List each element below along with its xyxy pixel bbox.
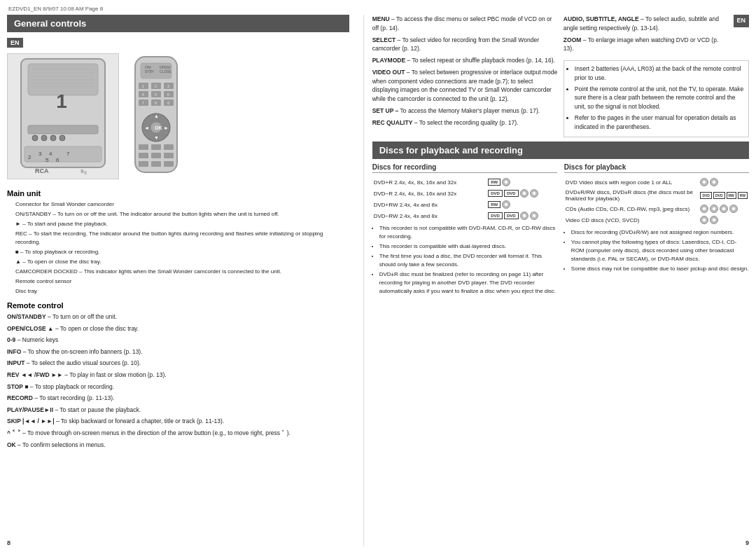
- right-top-info: MENU – To access the disc menu or select…: [372, 15, 749, 137]
- dvd-badge-4b: DVD: [504, 212, 519, 219]
- audio-item: AUDIO, SUBTITLE, ANGLE – To select audio…: [564, 15, 729, 33]
- setup-item: SET UP – To access the Memory Maker's pl…: [372, 106, 558, 116]
- remote-item-5: INPUT – To select the audio visual sourc…: [7, 359, 349, 368]
- svg-text:1: 1: [56, 90, 67, 112]
- remote-item-12: OK – To confirm selections in menus.: [7, 441, 349, 450]
- svg-text:2: 2: [155, 84, 157, 88]
- battery-notes-list: Insert 2 batteries (AAA, LR03) at the ba…: [568, 64, 745, 131]
- remote-illustration: ON/ STBY OPEN/ CLOSE: [128, 53, 184, 177]
- remote-item-9: PLAY/PAUSE►II – To start or pause the pl…: [7, 406, 349, 415]
- discs-columns: Discs for recording DVD+R 2.4x, 4x, 8x, …: [372, 163, 749, 537]
- table-row: DVD+R 2.4x, 4x, 8x, 16x and 32x RW: [372, 177, 557, 188]
- svg-text:◄: ◄: [144, 125, 149, 130]
- svg-text:STBY: STBY: [145, 69, 155, 74]
- disc-icon-group-3: RW: [488, 200, 556, 209]
- main-unit-item-4: REC – To start the recording. The indica…: [15, 230, 349, 247]
- recording-note-3: The first time you load a disc, the DVD …: [379, 252, 557, 269]
- right-top-left: MENU – To access the disc menu or select…: [372, 15, 558, 137]
- disc-icon-2b: [530, 189, 538, 198]
- disc-icon-3: [502, 200, 510, 209]
- battery-note-3: Refer to the pages in the user manual fo…: [575, 113, 745, 132]
- remote-section-title: Remote control: [7, 301, 349, 310]
- playback-disc-icon-3c: [720, 205, 728, 213]
- svg-rect-55: [139, 144, 148, 150]
- svg-text:7: 7: [142, 101, 144, 105]
- playmode-item: PLAYMODE – To select repeat or shuffle p…: [372, 56, 558, 65]
- playback-disc-icon-3d: [729, 205, 738, 213]
- remote-item-10: SKIP |◄◄ / ►►| – To skip backward or for…: [7, 417, 349, 427]
- svg-rect-9: [24, 146, 102, 162]
- general-controls-header: General controls: [7, 15, 349, 32]
- disc-icon-cell-3: RW: [486, 199, 557, 210]
- disc-icon-4b: [530, 212, 538, 220]
- main-unit-section: Main unit Connector for Small Wonder cam…: [7, 189, 349, 297]
- select-item: SELECT – To select video for recording f…: [372, 36, 558, 54]
- svg-text:5: 5: [155, 92, 157, 97]
- recording-notes-list: This recorder is not compatible with DVD…: [372, 224, 557, 296]
- disc-icon-cell-4: DVD DVD: [486, 210, 557, 221]
- playback-disc-name-1: DVD Video discs with region code 1 or AL…: [564, 177, 699, 188]
- playback-disc-icon-1: [700, 178, 708, 186]
- table-row: CDs (Audio CDs, CD-R, CD-RW, mp3, jpeg d…: [564, 203, 749, 214]
- playback-disc-icon-cell-1: [699, 177, 749, 188]
- remote-section: Remote control ON/STANDBY – To turn on o…: [7, 301, 349, 452]
- svg-text:▼: ▼: [154, 135, 159, 140]
- dvdrw-badge-2a: DVD: [700, 192, 712, 199]
- table-row: Video CD discs (VCD, SVCD): [564, 214, 749, 226]
- main-unit-title: Main unit: [7, 189, 349, 198]
- en-badge-right: EN: [734, 15, 750, 27]
- main-unit-list: Connector for Small Wonder camcorder ON/…: [7, 200, 349, 296]
- svg-text:OK: OK: [155, 125, 162, 130]
- right-top-right: AUDIO, SUBTITLE, ANGLE – To select audio…: [564, 15, 749, 137]
- svg-point-19: [32, 135, 38, 141]
- playback-icon-group-3: [700, 205, 748, 213]
- playback-disc-name-4: Video CD discs (VCD, SVCD): [564, 214, 699, 226]
- remote-item-2: OPEN/CLOSE ▲ – To open or close the disc…: [7, 324, 349, 334]
- main-unit-item-5: ■ – To stop playback or recording.: [15, 248, 349, 256]
- svg-text:5: 5: [46, 157, 49, 163]
- rw-badge-3: RW: [488, 201, 500, 208]
- disc-icon-group-2: DVD DVD: [488, 189, 556, 198]
- table-row: DVD Video discs with region code 1 or AL…: [564, 177, 749, 188]
- main-unit-illustration: 1 2 3 4 5 6 7: [7, 53, 119, 179]
- table-row: DVD+RW 2.4x, 4x and 8x RW: [372, 199, 557, 210]
- disc-icon-cell-1: RW: [486, 177, 557, 188]
- right-page: MENU – To access the disc menu or select…: [370, 15, 749, 546]
- discs-header: Discs for playback and recording: [372, 142, 749, 159]
- svg-text:4: 4: [142, 92, 144, 97]
- disc-icon-4: [520, 212, 528, 220]
- svg-text:▲: ▲: [154, 113, 159, 118]
- playback-disc-icon-4b: [710, 216, 718, 224]
- remote-item-4: INFO – To show the on-screen info banner…: [7, 347, 349, 357]
- playback-icon-group-4: [700, 216, 748, 224]
- svg-rect-59: [151, 153, 161, 158]
- playback-disc-icon-cell-4: [699, 214, 749, 226]
- svg-text:►: ►: [164, 125, 169, 130]
- page-divider: [363, 15, 364, 546]
- main-unit-item-2: ON/STANDBY – To turn on or off the unit.…: [15, 210, 349, 219]
- zoom-item: ZOOM – To enlarge image when watching DV…: [564, 36, 729, 54]
- svg-text:2: 2: [28, 154, 31, 160]
- svg-rect-57: [164, 144, 174, 150]
- main-unit-item-3: ► – To start and pause the playback.: [15, 220, 349, 228]
- playback-notes-list: Discs for recording (DVD±R/W) are not as…: [564, 228, 749, 273]
- playback-note-1: Discs for recording (DVD±R/W) are not as…: [571, 228, 749, 237]
- svg-text:6: 6: [167, 92, 169, 97]
- main-unit-item-6: ▲ – To open or close the disc tray.: [15, 258, 349, 266]
- disc-name-2: DVD−R 2.4x, 4x, 8x, 16x and 32x: [372, 188, 487, 199]
- svg-text:8: 8: [84, 170, 87, 175]
- rw-badge-1: RW: [488, 179, 500, 186]
- playback-disc-icon-cell-2: DVD DVD RW RW: [699, 188, 749, 203]
- playback-disc-icon-3a: [700, 205, 708, 213]
- battery-notes-box: Insert 2 batteries (AAA, LR03) at the ba…: [564, 60, 749, 137]
- page-container: EZDVD1_EN 8/9/07 10:08 AM Page 8 General…: [0, 0, 756, 552]
- discs-playback-title: Discs for playback: [564, 163, 749, 173]
- remote-item-8: RECORD – To start recording (p. 11-13).: [7, 394, 349, 403]
- discs-playback-column: Discs for playback DVD Video discs with …: [564, 163, 749, 537]
- discs-recording-column: Discs for recording DVD+R 2.4x, 4x, 8x, …: [372, 163, 557, 537]
- remote-item-3: 0-9 – Numeric keys: [7, 336, 349, 345]
- file-info: EZDVD1_EN 8/9/07 10:08 AM Page 8: [7, 6, 749, 12]
- svg-rect-56: [151, 144, 161, 150]
- disc-icon-cell-2: DVD DVD: [486, 188, 557, 199]
- battery-note-1: Insert 2 batteries (AAA, LR03) at the ba…: [575, 64, 745, 83]
